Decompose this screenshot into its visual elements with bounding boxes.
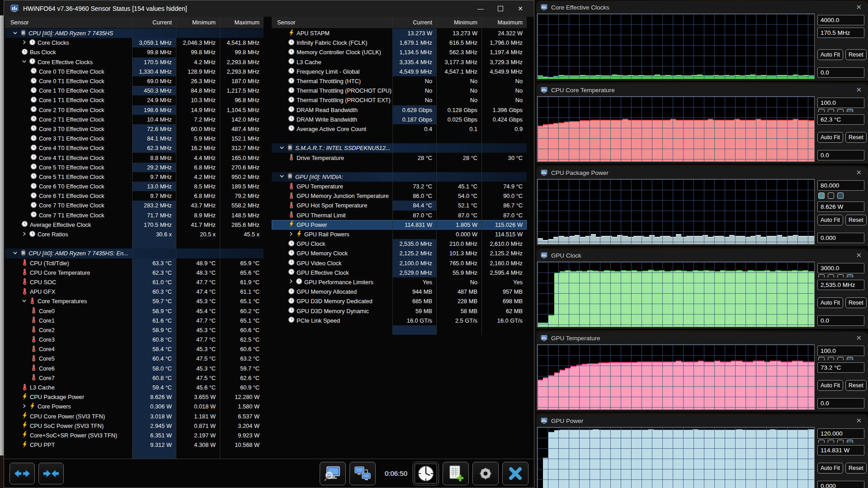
settings-button[interactable]: [472, 462, 499, 485]
sensor-row[interactable]: Core Ratios30.6 x20.5 x45.5 x: [5, 230, 264, 239]
chevron-down-icon[interactable]: [21, 298, 27, 305]
sensor-row[interactable]: DRAM Read Bandwidth0.628 Gbps0.128 Gbps1…: [272, 105, 527, 115]
chevron-right-icon[interactable]: [288, 231, 294, 238]
reset-button[interactable]: Reset: [845, 380, 867, 391]
graph-panel-header[interactable]: GPU Temperature✕: [536, 332, 868, 344]
graph-panel-header[interactable]: GPU Power✕: [536, 414, 868, 427]
sensor-row[interactable]: Core 5 T0 Effective Clock29.2 MHz6.8 MHz…: [5, 163, 264, 172]
reset-button[interactable]: Reset: [845, 132, 867, 143]
chevron-right-icon[interactable]: [21, 39, 27, 47]
sensor-row[interactable]: APU GFX60.3 °C47.4 °C61.1 °C: [5, 287, 264, 296]
sensor-row[interactable]: Core Powers0.306 W0.018 W1.580 W: [5, 402, 264, 411]
sensor-row[interactable]: GPU Performance LimitersYesNoYes: [272, 277, 527, 287]
sensor-row[interactable]: Core 5 T1 Effective Clock9.7 MHz4.2 MHz9…: [5, 172, 264, 182]
sensor-row[interactable]: CPU (Tctl/Tdie)63.3 °C48.9 °C65.9 °C: [5, 258, 264, 268]
sensor-row[interactable]: Core 2 T1 Effective Clock10.4 MHz7.2 MHz…: [5, 115, 264, 124]
reset-button[interactable]: Reset: [845, 297, 867, 308]
graph-panel-header[interactable]: Core Effective Clocks✕: [536, 1, 868, 14]
sensor-row[interactable]: Core258.9 °C45.3 °C60.6 °C: [5, 325, 264, 335]
auto-fit-button[interactable]: Auto Fit: [817, 380, 843, 391]
sensor-row[interactable]: Core 4 T1 Effective Clock8.8 MHz4.4 MHz1…: [5, 153, 264, 162]
sensor-row[interactable]: CPU Package Power8.626 W3.655 W12.280 W: [5, 392, 264, 402]
reset-button[interactable]: Reset: [845, 49, 867, 60]
sensor-row[interactable]: L3 Cache3,335.4 MHz3,177.3 MHz3,729.3 MH…: [272, 57, 527, 67]
legend-swatch[interactable]: [837, 192, 844, 199]
legend-swatch[interactable]: [828, 192, 834, 199]
sensor-row[interactable]: Drive Temperature28 °C28 °C30 °C: [272, 153, 527, 162]
remote-monitoring-button[interactable]: [349, 462, 376, 485]
graph-panel-header[interactable]: CPU Package Power✕: [536, 166, 868, 179]
chevron-right-icon[interactable]: [21, 231, 27, 238]
sensor-row[interactable]: APU STAPM13.273 W13.273 W24.322 W: [272, 28, 527, 38]
sensor-row[interactable]: Thermal Throttling (PROCHOT CPU)NoNoNo: [272, 86, 527, 95]
sensor-row[interactable]: Core360.8 °C47.7 °C62.5 °C: [5, 335, 264, 344]
minimize-button[interactable]: —: [471, 2, 491, 15]
sensor-row[interactable]: Core Effective Clocks170.5 MHz4.2 MHz2,2…: [5, 57, 264, 67]
sensor-row[interactable]: GPU Temperature73.2 °C45.1 °C74.9 °C: [272, 182, 527, 191]
reset-button[interactable]: Reset: [845, 463, 867, 474]
collapse-columns-button[interactable]: [38, 463, 64, 484]
sensor-row[interactable]: CPU SOC61.0 °C47.7 °C61.9 °C: [5, 277, 264, 287]
chevron-down-icon[interactable]: [12, 250, 18, 257]
sensor-row[interactable]: DRAM Write Bandwidth0.187 Gbps0.025 Gbps…: [272, 115, 527, 124]
close-sensors-button[interactable]: [502, 462, 528, 485]
sensor-row[interactable]: Core 4 T0 Effective Clock62.3 MHz16.2 MH…: [5, 143, 264, 153]
legend-swatch[interactable]: [818, 192, 825, 199]
sensor-row[interactable]: Thermal Throttling (HTC)NoNoNo: [272, 76, 527, 86]
sensor-row[interactable]: Core 7 T0 Effective Clock283.2 MHz43.7 M…: [5, 201, 264, 210]
sensor-row[interactable]: Average Effective Clock170.5 MHz41.7 MHz…: [5, 220, 264, 230]
chevron-down-icon[interactable]: [21, 58, 27, 66]
graph-close-icon[interactable]: ✕: [856, 86, 862, 94]
sensor-row[interactable]: Infinity Fabric Clock (FCLK)1,679.1 MHz6…: [272, 38, 527, 47]
sensor-row[interactable]: GPU Thermal Limit87.0 °C87.0 °C87.0 °C: [272, 211, 527, 220]
sensor-row[interactable]: GPU Memory Allocated944 MB487 MB957 MB: [272, 287, 527, 296]
sensor-row[interactable]: CPU Core Power (SVI3 TFN)3.018 W1.181 W6…: [5, 412, 264, 421]
chevron-down-icon[interactable]: [279, 145, 285, 152]
sensor-row[interactable]: GPU Rail Powers0.000 W114.515 W: [272, 230, 527, 239]
sensor-row[interactable]: Core760.8 °C47.5 °C62.6 °C: [5, 373, 264, 383]
sensor-row[interactable]: Memory Controller Clock (UCLK)1,134.5 MH…: [272, 47, 527, 57]
close-button[interactable]: ✕: [510, 2, 530, 15]
graph-close-icon[interactable]: ✕: [856, 251, 862, 259]
auto-fit-button[interactable]: Auto Fit: [817, 132, 843, 143]
sensor-row[interactable]: Core Temperatures59.7 °C45.3 °C65.1 °C: [5, 296, 264, 306]
sensor-row[interactable]: GPU Effective Clock2,529.0 MHz55.9 MHz2,…: [272, 268, 527, 277]
chevron-right-icon[interactable]: [21, 403, 27, 410]
sensor-row[interactable]: Core Clocks3,059.1 MHz2,046.3 MHz4,541.8…: [5, 38, 264, 47]
sensor-row[interactable]: PCIe Link Speed16.0 GT/s2.5 GT/s16.0 GT/…: [272, 316, 527, 325]
sensor-row[interactable]: CPU SoC Power (SVI3 TFN)2.945 W0.871 W3.…: [5, 421, 264, 431]
system-summary-button[interactable]: [320, 462, 346, 485]
sensor-row[interactable]: Core 1 T0 Effective Clock450.3 MHz84.8 M…: [5, 86, 264, 95]
graph-panel-header[interactable]: CPU Core Temperature✕: [536, 84, 868, 96]
graph-close-icon[interactable]: ✕: [856, 169, 862, 177]
sensor-row[interactable]: Core 3 T1 Effective Clock84.1 MHz5.9 MHz…: [5, 134, 264, 143]
sensor-row[interactable]: GPU Memory Junction Temperature86.0 °C54…: [272, 191, 527, 201]
title-bar[interactable]: HWiNFO64 v7.36-4960 Sensor Status [154 v…: [4, 0, 534, 17]
reset-button[interactable]: Reset: [845, 215, 867, 225]
sensor-row[interactable]: Core058.9 °C45.4 °C60.2 °C: [5, 306, 264, 315]
sensor-row[interactable]: GPU Video Clock2,100.0 MHz765.0 MHz2,160…: [272, 258, 527, 268]
graph-close-icon[interactable]: ✕: [856, 417, 862, 425]
sensor-row[interactable]: GPU Power114.831 W1.805 W115.026 W: [272, 220, 527, 230]
sensor-row[interactable]: Core 0 T1 Effective Clock69.0 MHz26.3 MH…: [5, 76, 264, 86]
sensor-row[interactable]: CPU Core Temperature62.3 °C48.3 °C65.6 °…: [5, 268, 264, 277]
graph-close-icon[interactable]: ✕: [856, 334, 862, 342]
sensor-row[interactable]: Core 2 T0 Effective Clock198.6 MHz14.9 M…: [5, 105, 264, 115]
sensor-row[interactable]: GPU Clock2,535.0 MHz210.0 MHz2,610.0 MHz: [272, 239, 527, 249]
graph-panel-header[interactable]: GPU Clock✕: [536, 249, 868, 262]
logging-clock-button[interactable]: [413, 462, 439, 485]
sensor-row[interactable]: Thermal Throttling (PROCHOT EXT)NoNoNo: [272, 95, 527, 105]
auto-fit-button[interactable]: Auto Fit: [817, 215, 843, 225]
sensor-row[interactable]: Core658.0 °C45.3 °C59.7 °C: [5, 364, 264, 373]
chevron-down-icon[interactable]: [279, 173, 285, 180]
report-button[interactable]: [443, 462, 469, 485]
sensor-row[interactable]: GPU Memory Clock2,125.2 MHz101.3 MHz2,12…: [272, 249, 527, 258]
sensor-row[interactable]: Average Active Core Count0.40.10.9: [272, 124, 527, 134]
maximize-button[interactable]: [491, 2, 510, 15]
sensor-row[interactable]: Frequency Limit - Global4,549.9 MHz4,547…: [272, 67, 527, 76]
sensor-row[interactable]: Core 3 T0 Effective Clock72.6 MHz60.0 MH…: [5, 124, 264, 134]
sensor-row[interactable]: Core 7 T1 Effective Clock71.7 MHz8.9 MHz…: [5, 211, 264, 220]
auto-fit-button[interactable]: Auto Fit: [817, 297, 843, 308]
sensor-row[interactable]: L3 Cache59.4 °C45.6 °C60.9 °C: [5, 383, 264, 392]
sensor-row[interactable]: Core 6 T0 Effective Clock13.0 MHz8.5 MHz…: [5, 182, 264, 191]
